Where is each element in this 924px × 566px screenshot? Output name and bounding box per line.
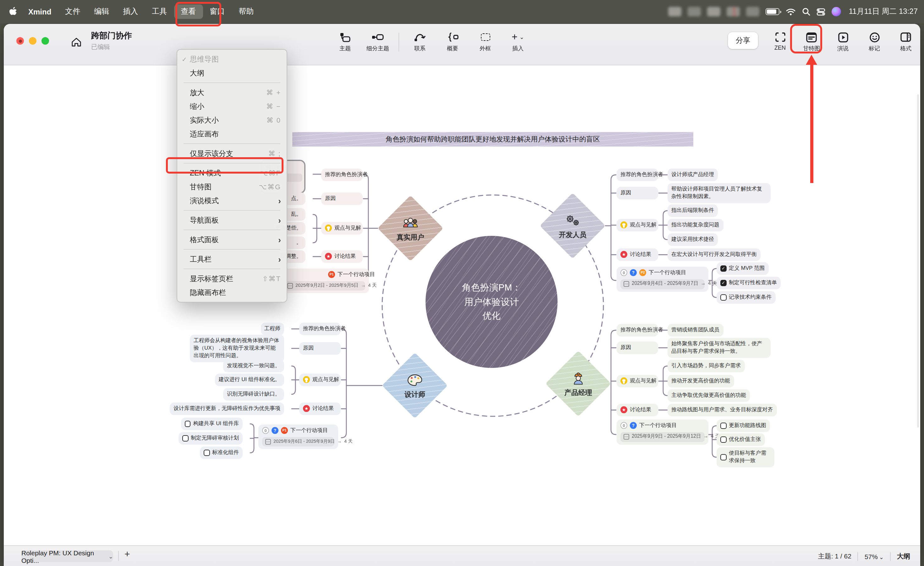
dev-roleplayer[interactable]: 设计师或产品经理 <box>668 168 718 181</box>
menu-item-outline[interactable]: 大纲 <box>177 66 286 80</box>
close-button[interactable] <box>16 37 24 45</box>
menu-item-pitch-mode[interactable]: 演说模式› <box>177 194 286 207</box>
summary-button[interactable]: 概要 <box>438 29 467 53</box>
label-roleplayer[interactable]: 推荐的角色扮演者 <box>321 168 363 181</box>
checkbox-icon[interactable] <box>185 421 191 427</box>
dev-task[interactable]: ✓制定可行性检查清单 <box>717 277 781 289</box>
pm-insight[interactable]: 推动开发更高价值的功能 <box>668 375 734 387</box>
label-result[interactable]: ★讨论结果 <box>616 404 658 416</box>
designer-reason[interactable]: 工程师会从构建者的视角体验用户体验（UX），这有助于发现未来可能出现的可用性问题… <box>190 335 284 362</box>
label-insights[interactable]: 观点与见解 <box>321 222 363 234</box>
checkbox-icon[interactable] <box>182 435 188 441</box>
menu-item-hide-canvas-bar[interactable]: 隐藏画布栏 <box>177 285 286 299</box>
status-app-icon-blurred[interactable] <box>688 7 701 17</box>
sheet-tab[interactable]: Roleplay PM: UX Design Opti... ⌄ <box>21 550 113 562</box>
vertical-scrollbar[interactable] <box>917 95 919 428</box>
wifi-icon[interactable] <box>786 8 796 15</box>
checkbox-icon[interactable]: ✓ <box>720 266 726 271</box>
minimize-button[interactable] <box>29 37 36 45</box>
menubar-clock[interactable]: 11月11日 周二 13:27 <box>849 6 918 17</box>
format-button[interactable]: 格式 <box>891 29 920 53</box>
home-button[interactable] <box>68 34 84 50</box>
search-icon[interactable] <box>802 8 810 16</box>
label-insights[interactable]: 观点与见解 <box>616 375 658 387</box>
persona-developer[interactable]: 开发人员 <box>540 193 605 258</box>
pm-insight[interactable]: 引入市场趋势，同步客户需求 <box>668 360 744 372</box>
pm-task[interactable]: 更新功能路线图 <box>717 419 770 432</box>
label-result[interactable]: ★讨论结果 <box>321 250 363 263</box>
checkbox-icon[interactable]: ✓ <box>720 280 726 286</box>
status-app-icon-blurred[interactable] <box>669 7 682 17</box>
designer-roleplayer[interactable]: 工程师 <box>261 323 284 335</box>
dev-task[interactable]: 记录技术约束条件 <box>717 291 776 304</box>
designer-action-item[interactable]: 0 ? P1 下一个行动项目 2025年9月6日 - 2025年9月9日 → 4… <box>258 425 338 449</box>
zoom-level[interactable]: 57%⌄ <box>865 552 884 560</box>
floating-topic-banner[interactable]: 角色扮演如何帮助跨职能团队更好地发现并解决用户体验设计中的盲区 <box>292 132 693 147</box>
menubar-item-tools[interactable]: 工具 <box>145 5 174 19</box>
pm-insight[interactable]: 主动争取优先做更高价值的功能 <box>668 389 750 402</box>
checkbox-icon[interactable] <box>720 423 726 429</box>
status-app-icon-blurred[interactable] <box>746 7 760 17</box>
label-insights[interactable]: 观点与见解 <box>299 374 340 386</box>
dev-insight[interactable]: 建议采用技术捷径 <box>668 233 718 246</box>
status-app-icon-blurred[interactable] <box>708 7 721 17</box>
dev-insight[interactable]: 指出后端限制条件 <box>668 204 718 217</box>
checkbox-icon[interactable] <box>720 437 726 443</box>
menubar-item-edit[interactable]: 编辑 <box>87 5 116 19</box>
dev-insight[interactable]: 指出功能复杂度问题 <box>668 219 723 231</box>
pm-result[interactable]: 推动路线图与用户需求、业务目标深度对齐 <box>668 404 777 416</box>
menubar-item-insert[interactable]: 插入 <box>116 5 145 19</box>
dev-reason[interactable]: 帮助设计师和项目管理人员了解技术复杂性和限制因素。 <box>668 183 771 203</box>
dev-task[interactable]: ✓定义 MVP 范围 <box>717 262 768 275</box>
menu-item-fit-canvas[interactable]: 适应画布 <box>177 127 286 141</box>
persona-real-user[interactable]: 真实用户 <box>378 195 443 261</box>
apple-menu-icon[interactable] <box>9 7 18 17</box>
pm-task[interactable]: 使目标与客户需求保持一致 <box>717 447 774 467</box>
zoom-button[interactable] <box>42 37 49 45</box>
outline-toggle[interactable]: 大纲 <box>897 552 910 561</box>
label-reason[interactable]: 原因 <box>616 341 658 354</box>
pitch-button[interactable]: 演说 <box>828 29 857 53</box>
pm-task[interactable]: 优化价值主张 <box>717 433 765 446</box>
pm-reason[interactable]: 始终聚焦客户价值与市场适配性，使产品目标与客户需求保持一致。 <box>668 338 771 358</box>
menu-item-zoom-in[interactable]: 放大⌘ + <box>177 86 286 99</box>
label-roleplayer[interactable]: 推荐的角色扮演者 <box>616 324 658 336</box>
designer-task[interactable]: 标准化组件 <box>200 446 243 459</box>
label-insights[interactable]: 观点与见解 <box>616 219 658 231</box>
menubar-app-name[interactable]: Xmind <box>21 5 58 18</box>
boundary-button[interactable]: 外框 <box>471 29 500 53</box>
central-topic[interactable]: 角色扮演PM： 用户体验设计 优化 <box>426 236 558 368</box>
menu-item-toolbar[interactable]: 工具栏› <box>177 252 286 266</box>
status-app-icon-blurred[interactable] <box>727 7 740 17</box>
designer-insight[interactable]: 识别无障碍设计缺口。 <box>223 388 284 401</box>
label-reason[interactable]: 原因 <box>616 187 658 200</box>
designer-insight[interactable]: 建议进行 UI 组件标准化。 <box>215 374 284 386</box>
designer-task[interactable]: 构建共享 UI 组件库 <box>181 417 243 430</box>
menu-item-zoom-out[interactable]: 缩小⌘ − <box>177 99 286 113</box>
siri-icon[interactable] <box>832 7 842 17</box>
checkbox-icon[interactable] <box>204 450 210 456</box>
realuser-action-item[interactable]: P1 下一个行动项目 2025年9月2日 - 2025年9月5日 → 4 天 <box>280 269 369 293</box>
menu-item-actual-size[interactable]: 实际大小⌘ 0 <box>177 113 286 127</box>
menubar-item-file[interactable]: 文件 <box>58 5 87 19</box>
designer-result[interactable]: 设计库需进行更新，无障碍性应作为优先事项 <box>170 402 284 415</box>
share-button[interactable]: 分享 <box>728 32 758 49</box>
menu-item-format-panel[interactable]: 格式面板› <box>177 233 286 246</box>
dev-result[interactable]: 在宏大设计与可行开发之间取得平衡 <box>668 248 760 261</box>
persona-product-manager[interactable]: 产品经理 <box>546 351 611 416</box>
label-result[interactable]: ★讨论结果 <box>616 248 658 261</box>
label-roleplayer[interactable]: 推荐的角色扮演者 <box>299 323 340 335</box>
menu-item-gantt[interactable]: 甘特图⌥⌘G <box>177 180 286 194</box>
checkbox-icon[interactable] <box>720 294 726 300</box>
menu-item-show-tab-bar[interactable]: 显示标签页栏⇧⌘T <box>177 272 286 285</box>
designer-task[interactable]: 制定无障碍审核计划 <box>178 432 243 444</box>
relationship-button[interactable]: 联系 <box>405 29 434 53</box>
add-sheet-button[interactable]: + <box>124 548 130 559</box>
insert-button[interactable]: +⌄ 插入 <box>504 29 532 53</box>
designer-insight[interactable]: 发现视觉不一致问题。 <box>223 360 284 372</box>
label-reason[interactable]: 原因 <box>299 342 340 355</box>
menu-item-navigation-panel[interactable]: 导航面板› <box>177 213 286 227</box>
dev-action-item[interactable]: 0 ? P2 下一个行动项目 2025年9月4日 - 2025年9月7日 → 4… <box>616 267 708 292</box>
label-result[interactable]: ★讨论结果 <box>299 402 340 415</box>
battery-icon[interactable] <box>766 8 780 15</box>
